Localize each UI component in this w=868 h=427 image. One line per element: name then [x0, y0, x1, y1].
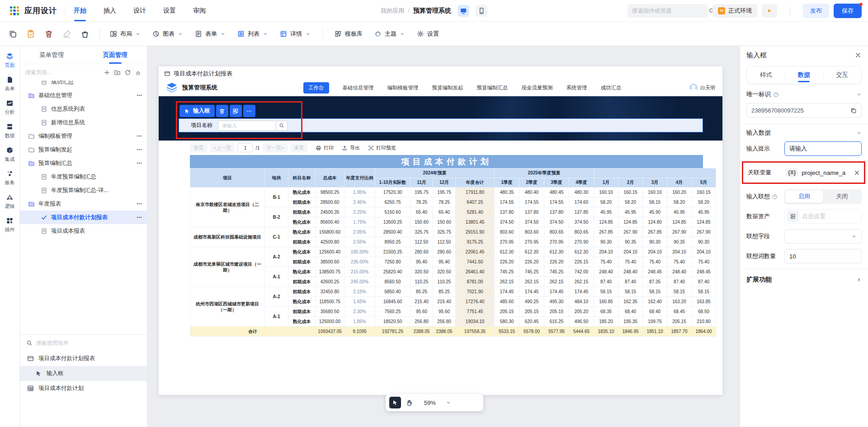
- rail-item[interactable]: 数据: [5, 123, 15, 139]
- component-search-input[interactable]: [632, 8, 705, 14]
- rail-item[interactable]: 集成: [5, 146, 15, 163]
- chevron-down-icon[interactable]: [856, 130, 862, 136]
- rail-item[interactable]: 逻辑: [5, 193, 15, 210]
- export-button[interactable]: 导出: [342, 145, 360, 151]
- refresh-icon[interactable]: [124, 69, 131, 76]
- toolbar-group[interactable]: 表单: [195, 30, 226, 38]
- remove-variable-icon[interactable]: [854, 169, 860, 176]
- extension-section-header[interactable]: 扩展功能: [746, 276, 862, 284]
- preview-nav-item[interactable]: 现金流量预测: [522, 84, 553, 91]
- sidebar-tab-0[interactable]: 菜单管理: [20, 46, 84, 64]
- preview-nav-item[interactable]: 预算编制发起: [432, 84, 463, 91]
- toolbar-group[interactable]: 主题: [374, 30, 405, 38]
- pager-page-input[interactable]: [237, 143, 253, 152]
- tree-item[interactable]: 新增信息系统: [20, 116, 147, 129]
- more-dots-icon[interactable]: [136, 133, 142, 139]
- app-launcher-icon[interactable]: [10, 6, 19, 15]
- add-folder-icon[interactable]: [114, 69, 121, 76]
- suggest-field-select[interactable]: [784, 229, 862, 244]
- toolbar-group[interactable]: 列表: [237, 30, 268, 38]
- topbar-menu-2[interactable]: 设计: [133, 0, 146, 21]
- sidebar-tab-1[interactable]: 页面管理: [84, 46, 147, 64]
- hint-input[interactable]: [784, 141, 862, 156]
- tree-item[interactable]: 编制模板管理: [20, 129, 147, 143]
- run-preview-button[interactable]: [762, 4, 777, 18]
- add-page-icon[interactable]: [104, 69, 110, 76]
- more-dots-icon[interactable]: [136, 146, 142, 153]
- artboard[interactable]: 项目成本付款计划报表 预算管理系统 工作台基础信息管理编制模板管理预算编制发起预…: [159, 66, 722, 395]
- more-dots-icon[interactable]: [136, 160, 142, 166]
- mobile-view-button[interactable]: [476, 5, 487, 17]
- preview-nav-item[interactable]: 成功汇总: [601, 84, 622, 91]
- paste-button[interactable]: [26, 29, 35, 38]
- preview-nav-item[interactable]: 工作台: [303, 82, 329, 94]
- rail-item[interactable]: 页面: [5, 52, 15, 69]
- trash-button[interactable]: [44, 29, 53, 38]
- preview-nav-item[interactable]: 基础信息管理: [343, 84, 374, 91]
- layer-item[interactable]: 项目成本付款计划: [20, 381, 147, 396]
- component-search[interactable]: [627, 4, 708, 18]
- tree-item[interactable]: 预算编制发起: [20, 143, 147, 156]
- canvas[interactable]: 项目成本付款计划报表 预算管理系统 工作台基础信息管理编制模板管理预算编制发起预…: [147, 46, 740, 427]
- copy-icon[interactable]: [850, 107, 857, 114]
- assoc-disable-option[interactable]: 关闭: [823, 190, 861, 203]
- bin-button[interactable]: [80, 29, 90, 38]
- suggest-count-input[interactable]: [784, 249, 862, 263]
- tree-item[interactable]: 成功汇总: [20, 80, 147, 89]
- tree-item[interactable]: 基础信息管理: [20, 89, 147, 102]
- zoom-level-select[interactable]: 59%: [424, 399, 451, 406]
- input-data-section-header[interactable]: 输入数据: [746, 129, 862, 137]
- help-icon[interactable]: [772, 194, 778, 200]
- project-name-input[interactable]: [218, 121, 276, 131]
- more-dots-icon[interactable]: [136, 201, 142, 207]
- form-search-button[interactable]: [276, 121, 288, 131]
- tree-item[interactable]: 年度预算编制汇总-详...: [20, 183, 147, 197]
- more-actions-button[interactable]: [243, 105, 255, 117]
- tree-item[interactable]: 项目成本付款计划报表: [20, 211, 147, 224]
- collapse-all-icon[interactable]: [135, 69, 142, 76]
- delete-component-button[interactable]: [216, 105, 228, 117]
- toolbar-group[interactable]: 详情: [280, 30, 311, 38]
- toolbar-group[interactable]: 设置: [417, 30, 439, 38]
- rail-item[interactable]: 服务: [5, 170, 15, 186]
- tree-item[interactable]: 年度报表: [20, 197, 147, 211]
- topbar-menu-1[interactable]: 插入: [104, 0, 116, 21]
- inspector-tab-0[interactable]: 样式: [747, 66, 785, 84]
- variable-binding[interactable]: {X} project_name_a: [786, 165, 860, 180]
- rail-item[interactable]: 插件: [5, 217, 15, 233]
- tree-item[interactable]: 项目成本报表: [20, 224, 147, 238]
- assoc-enable-option[interactable]: 启用: [785, 190, 823, 203]
- environment-button[interactable]: 正式环境: [712, 4, 757, 18]
- inspector-tab-1[interactable]: 数据: [785, 66, 823, 84]
- copy-button[interactable]: [8, 29, 17, 38]
- page-search-input[interactable]: [25, 69, 100, 75]
- close-icon[interactable]: [854, 52, 862, 59]
- more-dots-icon[interactable]: [136, 214, 142, 221]
- save-button[interactable]: 保存: [834, 4, 862, 18]
- topbar-menu-0[interactable]: 开始: [74, 0, 86, 21]
- tree-item[interactable]: 年度预算编制汇总: [20, 170, 147, 183]
- duplicate-component-button[interactable]: [230, 105, 242, 117]
- breadcrumb-parent[interactable]: 我的应用: [381, 7, 404, 15]
- unique-id-section-header[interactable]: 唯一标识: [746, 90, 862, 99]
- preview-nav-item[interactable]: 编制模板管理: [387, 84, 419, 91]
- rail-item[interactable]: 表单: [5, 76, 15, 92]
- print-button[interactable]: 打印: [316, 145, 334, 151]
- inspector-tab-2[interactable]: 交互: [823, 66, 861, 84]
- pager-prev-button[interactable]: <上一页: [210, 143, 235, 152]
- preview-nav-item[interactable]: 系统管理: [566, 84, 587, 91]
- topbar-menu-3[interactable]: 设置: [163, 0, 176, 21]
- preview-nav-item[interactable]: 预算编制汇总: [477, 84, 508, 91]
- eraser-button[interactable]: [62, 29, 71, 38]
- publish-button[interactable]: 发布: [803, 4, 829, 18]
- toolbar-group[interactable]: 模板库: [335, 30, 363, 38]
- preview-user[interactable]: 白天明: [689, 84, 715, 92]
- rail-item[interactable]: 分析: [5, 99, 15, 116]
- data-asset-setting[interactable]: 点击设置: [784, 209, 862, 224]
- print-preview-button[interactable]: 打印预览: [368, 145, 396, 151]
- chevron-down-icon[interactable]: [856, 92, 862, 97]
- pager-next-button[interactable]: 下一页>: [263, 143, 288, 152]
- more-dots-icon[interactable]: [136, 92, 142, 99]
- topbar-menu-4[interactable]: 审阅: [193, 0, 206, 21]
- toolbar-group[interactable]: 布局: [110, 30, 141, 38]
